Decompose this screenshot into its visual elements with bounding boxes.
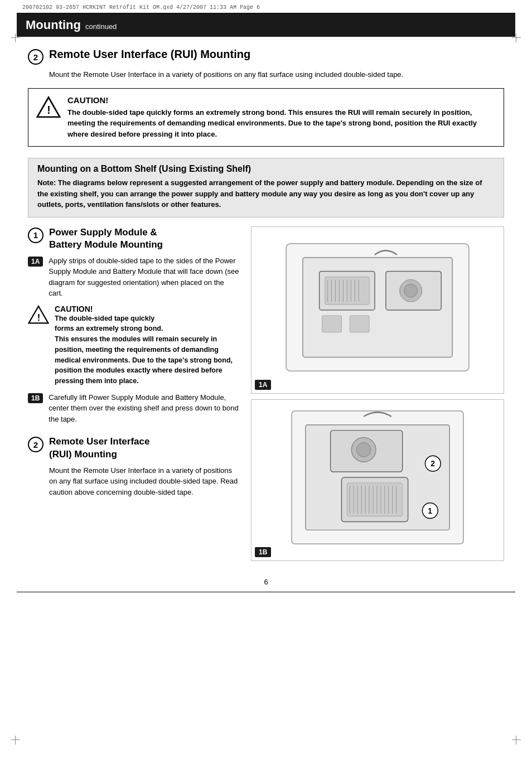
svg-text:!: ! — [47, 104, 50, 116]
caution-top-title: CAUTION! — [67, 95, 496, 105]
subsection2-bottom-num: 2 — [28, 437, 43, 452]
image-1b-box: 1 2 1B — [251, 399, 504, 561]
crosshair-top-left — [11, 33, 20, 42]
section-title-sub: continued — [85, 22, 117, 31]
caution-top-text: The double-sided tape quickly forms an e… — [67, 107, 496, 140]
subsection2-bottom: 2 Remote User Interface (RUI) Mounting M… — [28, 436, 240, 497]
left-column: 1 Power Supply Module & Battery Module M… — [28, 226, 240, 561]
caution-mid-line2: forms an extremely strong bond. — [55, 323, 240, 334]
subsection2-bottom-title: Remote User Interface (RUI) Mounting — [49, 436, 149, 460]
step-1a-badge: 1A — [28, 257, 43, 267]
section-title: Mounting — [26, 18, 81, 32]
image-1b-svg: 1 2 — [252, 400, 504, 560]
caution-mid-content: CAUTION! The double-sided tape quickly f… — [55, 305, 240, 386]
caution-top-content: CAUTION! The double-sided tape quickly f… — [67, 95, 496, 140]
svg-rect-25 — [347, 482, 402, 516]
page-number: 6 — [0, 578, 532, 586]
image-1b-label: 1B — [255, 547, 271, 557]
caution-top-icon: ! — [36, 95, 61, 120]
caution-mid-box: ! CAUTION! The double-sided tape quickly… — [28, 305, 240, 386]
svg-text:1: 1 — [428, 506, 432, 515]
svg-point-19 — [404, 284, 418, 297]
step-1b-badge: 1B — [28, 393, 43, 403]
subsection1-title: Power Supply Module & Battery Module Mou… — [49, 226, 163, 251]
gray-section-heading: Mounting on a Bottom Shelf (Using Existi… — [37, 164, 495, 174]
gray-section-note: Note: The diagrams below represent a sug… — [37, 177, 495, 210]
caution-mid-rest: This ensures the modules will remain sec… — [55, 334, 240, 386]
subsection1-heading: 1 Power Supply Module & Battery Module M… — [28, 226, 240, 251]
step-1b-item: 1B Carefully lift Power Supply Module an… — [28, 392, 240, 425]
gray-section-box: Mounting on a Bottom Shelf (Using Existi… — [28, 158, 504, 218]
caution-mid-line1: The double-sided tape quickly — [55, 313, 240, 324]
section2-intro: Mount the Remote User Interface in a var… — [49, 69, 504, 80]
bottom-rule — [17, 592, 515, 592]
section2-heading: 2 Remote User Interface (RUI) Mounting — [28, 48, 504, 65]
step-1b-text: Carefully lift Power Supply Module and B… — [49, 392, 240, 425]
subsection1-num: 1 — [28, 228, 43, 243]
section2-top: 2 Remote User Interface (RUI) Mounting M… — [28, 48, 504, 80]
subsection2-bottom-text: Mount the Remote User Interface in a var… — [49, 465, 240, 498]
section-title-bar: Mounting continued — [17, 13, 515, 37]
image-1a-svg — [252, 227, 504, 393]
file-header: 200702102 93-2657 HCRKINT Retrofit Kit O… — [0, 0, 532, 13]
crosshair-bottom-right — [512, 736, 521, 745]
caution-top-box: ! CAUTION! The double-sided tape quickly… — [28, 88, 504, 147]
section2-title: Remote User Interface (RUI) Mounting — [49, 48, 250, 61]
main-content: 2 Remote User Interface (RUI) Mounting M… — [0, 48, 532, 561]
crosshair-bottom-left — [11, 736, 20, 745]
caution-mid-title: CAUTION! — [55, 305, 240, 313]
two-col-layout: 1 Power Supply Module & Battery Module M… — [28, 226, 504, 561]
caution-mid-icon: ! — [28, 305, 49, 326]
svg-rect-20 — [322, 315, 342, 332]
svg-rect-21 — [350, 315, 369, 332]
section2-num: 2 — [28, 49, 43, 65]
crosshair-top-right — [512, 33, 521, 42]
image-1a-box: 1A — [251, 226, 504, 394]
step-1a-text: Apply strips of double-sided tape to the… — [49, 255, 240, 299]
svg-point-43 — [356, 442, 371, 457]
subsection2-bottom-heading: 2 Remote User Interface (RUI) Mounting — [28, 436, 240, 460]
svg-text:!: ! — [37, 312, 41, 323]
right-column: 1A — [251, 226, 504, 561]
step-1a-item: 1A Apply strips of double-sided tape to … — [28, 255, 240, 299]
svg-text:2: 2 — [431, 459, 435, 468]
image-1a-label: 1A — [255, 380, 271, 390]
